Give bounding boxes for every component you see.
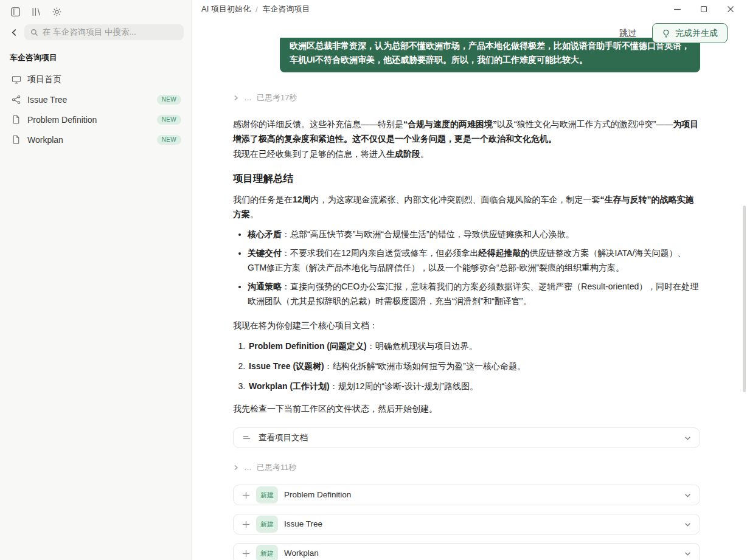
thinking-toggle[interactable]: … 已思考11秒 — [233, 460, 700, 475]
main-area: AI 项目初始化 / 车企咨询项目 跳过 — [192, 0, 747, 560]
sidebar-item-label: 项目首页 — [27, 74, 181, 85]
plus-icon — [242, 550, 250, 558]
close-icon[interactable] — [721, 1, 740, 17]
created-doc-cards: 新建 Problem Definition 新建 Issue Tree — [233, 485, 700, 560]
minimize-icon[interactable] — [668, 1, 686, 17]
thinking-toggle[interactable]: … 已思考17秒 — [233, 91, 700, 105]
chat-column: 欧洲区总裁非常资深，认为总部不懂欧洲市场，产品本地化做得极差，比如说语音助手听不… — [233, 38, 700, 560]
breadcrumb: AI 项目初始化 / 车企咨询项目 — [192, 4, 310, 15]
maximize-icon[interactable] — [695, 1, 713, 17]
back-chevron-icon[interactable] — [7, 26, 21, 39]
view-project-docs-label: 查看项目文档 — [259, 430, 677, 445]
summary-bullet-list: 核心矛盾：总部“高压快节奏”与欧洲“合规慢生活”的错位，导致供应链瘫痪和人心涣散… — [238, 227, 700, 308]
chevron-down-icon[interactable] — [684, 550, 691, 557]
doc-card-workplan[interactable]: 新建 Workplan — [233, 543, 700, 560]
chevron-right-icon — [233, 95, 239, 101]
action-row: 跳过 完成并生成 — [619, 23, 728, 43]
assistant-paragraph: 感谢你的详细反馈。这些补充信息——特别是“合规与速度的两难困境”以及“狼性文化与… — [233, 117, 700, 146]
sidebar-toggle-icon[interactable] — [10, 6, 21, 17]
created-badge: 新建 — [256, 545, 278, 560]
project-title: 车企咨询项目 — [0, 40, 191, 66]
created-badge: 新建 — [256, 486, 278, 503]
sidebar-item-issue-tree[interactable]: Issue Tree NEW — [5, 89, 186, 109]
numbered-item: Issue Tree (议题树)：结构化拆解“欧洲市场如何扭亏为盈”这一核心命题… — [248, 359, 700, 373]
chevron-right-icon — [233, 465, 239, 471]
document-icon — [11, 114, 21, 125]
view-project-docs-card[interactable]: 查看项目文档 — [233, 427, 700, 448]
skip-button[interactable]: 跳过 — [619, 28, 636, 39]
plus-icon — [242, 520, 250, 528]
breadcrumb-item[interactable]: AI 项目初始化 — [201, 4, 251, 15]
monitor-icon — [11, 74, 21, 85]
document-icon — [11, 134, 21, 145]
assistant-paragraph: 我们的任务是在12周内，为这家现金流紧张、内部文化冲突剧烈、面临合规风险的车企，… — [233, 192, 700, 221]
doc-card-title: Issue Tree — [284, 517, 678, 531]
thinking-label: 已思考17秒 — [257, 91, 297, 105]
chevron-down-icon[interactable] — [684, 435, 691, 441]
thinking-ellipsis: … — [244, 91, 252, 105]
plus-icon — [242, 491, 250, 499]
assistant-paragraph: 我现在已经收集到了足够的信息，将进入生成阶段。 — [233, 147, 700, 161]
sidebar: 在 车企咨询项目 中搜索... 车企咨询项目 项目首页 Issue Tree N… — [0, 0, 192, 560]
doc-card-problem-definition[interactable]: 新建 Problem Definition — [233, 485, 700, 505]
sidebar-item-label: Issue Tree — [27, 95, 157, 105]
breadcrumb-separator: / — [255, 5, 258, 14]
thinking-label: 已思考11秒 — [257, 460, 297, 475]
doc-numbered-list: Problem Definition (问题定义)：明确危机现状与项目边界。 I… — [238, 339, 700, 393]
sidebar-toolbar — [0, 0, 191, 17]
numbered-item: Problem Definition (问题定义)：明确危机现状与项目边界。 — [248, 339, 700, 353]
doc-card-issue-tree[interactable]: 新建 Issue Tree — [233, 514, 700, 534]
breadcrumb-item[interactable]: 车企咨询项目 — [263, 4, 310, 15]
chat-scroll-area[interactable]: 欧洲区总裁非常资深，认为总部不懂欧洲市场，产品本地化做得极差，比如说语音助手听不… — [192, 38, 747, 560]
bullet-item: 核心矛盾：总部“高压快节奏”与欧洲“合规慢生活”的错位，导致供应链瘫痪和人心涣散… — [248, 227, 700, 241]
sidebar-item-problem-definition[interactable]: Problem Definition NEW — [5, 109, 186, 130]
scrollbar-thumb[interactable] — [743, 206, 746, 392]
search-icon — [30, 29, 38, 36]
finish-generate-button[interactable]: 完成并生成 — [652, 23, 728, 43]
chevron-down-icon[interactable] — [684, 492, 691, 499]
assistant-paragraph: 我现在将为你创建三个核心项目文档： — [233, 318, 700, 333]
new-badge: NEW — [157, 135, 181, 145]
search-placeholder: 在 车企咨询项目 中搜索... — [43, 27, 136, 38]
finish-generate-label: 完成并生成 — [675, 28, 718, 39]
window-controls — [668, 1, 747, 17]
library-icon[interactable] — [30, 6, 41, 17]
sidebar-search-row: 在 车企咨询项目 中搜索... — [7, 24, 184, 40]
bullet-item: 关键交付：不要求我们在12周内亲自送货或修车，但必须拿出经得起推敲的供应链整改方… — [248, 246, 700, 275]
sidebar-nav: 项目首页 Issue Tree NEW Problem Definition N… — [0, 66, 191, 150]
sidebar-item-workplan[interactable]: Workplan NEW — [5, 130, 186, 150]
numbered-item: Workplan (工作计划)：规划12周的“诊断-设计-规划”路线图。 — [248, 379, 700, 393]
doc-card-title: Workplan — [284, 546, 678, 560]
summary-heading: 项目理解总结 — [233, 171, 700, 185]
lightbulb-icon — [662, 29, 670, 38]
new-badge: NEW — [157, 115, 181, 125]
list-lines-icon — [242, 434, 251, 443]
doc-card-title: Problem Definition — [284, 488, 678, 502]
settings-gear-icon[interactable] — [51, 6, 62, 17]
sidebar-item-label: Workplan — [27, 135, 157, 145]
sidebar-item-project-home[interactable]: 项目首页 — [5, 69, 186, 89]
created-badge: 新建 — [256, 516, 278, 533]
chevron-down-icon[interactable] — [684, 521, 691, 528]
new-badge: NEW — [157, 95, 181, 105]
thinking-ellipsis: … — [244, 460, 252, 475]
app-window: 在 车企咨询项目 中搜索... 车企咨询项目 项目首页 Issue Tree N… — [0, 0, 747, 560]
bullet-item: 沟通策略：直接向强势的CEO办公室汇报，意味着我们的方案必须数据详实、逻辑严密（… — [248, 279, 700, 308]
share-network-icon — [11, 94, 21, 105]
sidebar-item-label: Problem Definition — [27, 115, 157, 125]
titlebar: AI 项目初始化 / 车企咨询项目 — [192, 0, 747, 18]
search-input[interactable]: 在 车企咨询项目 中搜索... — [24, 24, 184, 40]
assistant-paragraph: 我先检查一下当前工作区的文件状态，然后开始创建。 — [233, 401, 700, 416]
